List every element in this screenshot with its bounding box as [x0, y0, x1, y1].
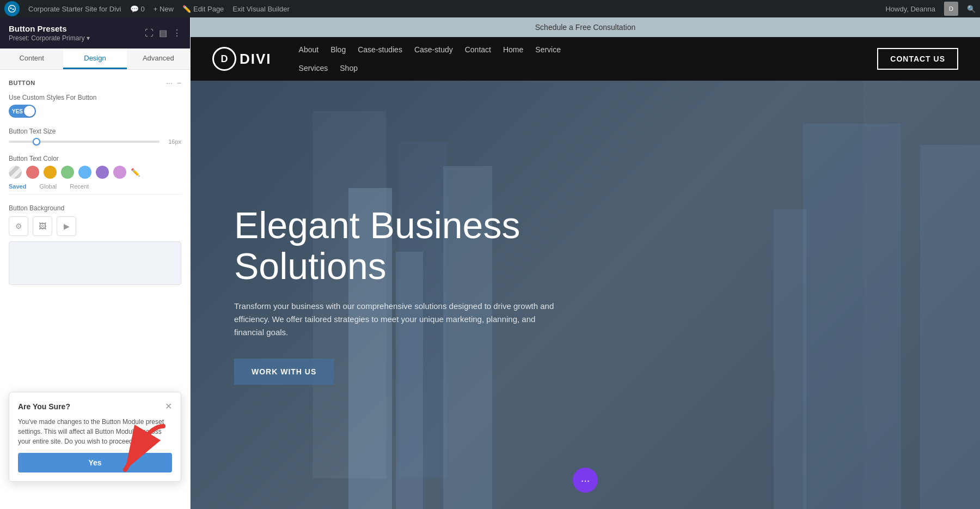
- tab-design[interactable]: Design: [63, 49, 126, 69]
- fullscreen-icon[interactable]: ⛶: [145, 28, 154, 38]
- exit-visual-builder-link[interactable]: Exit Visual Builder: [232, 5, 290, 13]
- nav-blog[interactable]: Blog: [330, 45, 346, 54]
- preset-label[interactable]: Preset: Corporate Primary ▾: [9, 34, 90, 42]
- bg-type-icons: ⚙ 🖼 ▶: [9, 216, 181, 236]
- preset-tab-recent[interactable]: Recent: [70, 183, 89, 190]
- toggle-label: Use Custom Styles For Button: [9, 94, 181, 101]
- color-swatch-blue[interactable]: [78, 166, 91, 179]
- bg-image-icon[interactable]: 🖼: [33, 216, 52, 236]
- cta-button[interactable]: WORK WITH US: [234, 359, 334, 385]
- section-drag-icon: ···: [166, 78, 173, 87]
- hero-description: Transform your business with our compreh…: [234, 300, 561, 339]
- color-swatch-green[interactable]: [61, 166, 74, 179]
- logo-circle: D: [212, 47, 236, 71]
- color-swatch-violet[interactable]: [113, 166, 126, 179]
- comments-link[interactable]: 💬 0: [130, 5, 145, 13]
- nav-row-1: About Blog Case-studies Case-study Conta…: [299, 45, 561, 54]
- section-title: Button: [9, 80, 35, 86]
- confirm-body: You've made changes to the Button Module…: [18, 417, 172, 446]
- nav-contact[interactable]: Contact: [465, 45, 491, 54]
- color-swatch-transparent[interactable]: [9, 166, 22, 179]
- color-swatches: ✏️: [9, 166, 181, 179]
- nav-links: About Blog Case-studies Case-study Conta…: [299, 45, 867, 72]
- new-link[interactable]: + New: [154, 5, 174, 13]
- site-logo: D DIVI: [212, 47, 272, 71]
- search-icon[interactable]: 🔍: [967, 5, 976, 13]
- site-nav: D DIVI About Blog Case-studies Case-stud…: [191, 37, 980, 81]
- preset-tab-saved[interactable]: Saved: [9, 183, 26, 190]
- confirm-yes-button[interactable]: Yes: [18, 453, 172, 472]
- float-actions-button[interactable]: ···: [573, 468, 598, 493]
- tab-content[interactable]: Content: [0, 49, 63, 69]
- toggle-yes-label: YES: [12, 108, 23, 114]
- color-swatch-yellow[interactable]: [44, 166, 57, 179]
- left-panel: Button Presets Preset: Corporate Primary…: [0, 17, 191, 509]
- confirm-close-button[interactable]: ✕: [165, 401, 172, 411]
- bg-label: Button Background: [9, 204, 181, 212]
- panel-header: Button Presets Preset: Corporate Primary…: [0, 17, 190, 49]
- bg-gradient-icon[interactable]: ⚙: [9, 216, 28, 236]
- bg-field: Button Background ⚙ 🖼 ▶: [9, 204, 181, 285]
- custom-styles-field: Use Custom Styles For Button YES: [9, 94, 181, 118]
- logo-text: DIVI: [240, 51, 272, 68]
- hero-title: Elegant Business Solutions: [234, 205, 615, 287]
- schedule-bar: Schedule a Free Consultation: [191, 17, 980, 37]
- custom-styles-toggle[interactable]: YES: [9, 105, 36, 118]
- nav-shop[interactable]: Shop: [340, 64, 358, 72]
- text-size-slider[interactable]: [9, 141, 160, 143]
- pencil-icon: ✏️: [182, 5, 191, 13]
- color-picker-icon[interactable]: ✏️: [131, 168, 140, 177]
- text-color-label: Button Text Color: [9, 155, 181, 162]
- columns-icon[interactable]: ▤: [159, 28, 167, 38]
- bg-preview: [9, 241, 181, 285]
- nav-row-2: Services Shop: [299, 64, 358, 72]
- color-swatch-red[interactable]: [26, 166, 39, 179]
- nav-case-study[interactable]: Case-study: [414, 45, 453, 54]
- nav-home[interactable]: Home: [503, 45, 523, 54]
- preset-tabs: Saved Global Recent: [9, 183, 181, 195]
- text-size-value: 16px: [165, 138, 181, 145]
- preset-tab-global[interactable]: Global: [39, 183, 57, 190]
- wp-admin-bar: Corporate Starter Site for Divi 💬 0 + Ne…: [0, 0, 980, 17]
- toggle-knob: [24, 106, 35, 117]
- site-preview: Schedule a Free Consultation D DIVI Abou…: [191, 17, 980, 509]
- nav-about[interactable]: About: [299, 45, 319, 54]
- color-swatch-purple[interactable]: [96, 166, 109, 179]
- nav-service[interactable]: Service: [535, 45, 561, 54]
- howdy-text: Howdy, Deanna: [885, 5, 935, 13]
- tab-advanced[interactable]: Advanced: [127, 49, 190, 69]
- section-collapse-icon[interactable]: −: [177, 78, 181, 87]
- bg-video-icon[interactable]: ▶: [57, 216, 76, 236]
- comment-icon: 💬: [130, 5, 139, 13]
- hero-content: Elegant Business Solutions Transform you…: [234, 205, 615, 385]
- nav-services[interactable]: Services: [299, 64, 328, 72]
- text-size-label: Button Text Size: [9, 128, 181, 135]
- wp-logo-icon[interactable]: [4, 1, 20, 16]
- text-color-field: Button Text Color ✏️ Saved Global Recent: [9, 155, 181, 195]
- avatar: D: [944, 2, 958, 16]
- panel-tabs: Content Design Advanced: [0, 49, 190, 70]
- more-options-icon[interactable]: ⋮: [173, 28, 181, 38]
- edit-page-link[interactable]: ✏️ Edit Page: [182, 5, 224, 13]
- nav-case-studies[interactable]: Case-studies: [358, 45, 402, 54]
- site-name-link[interactable]: Corporate Starter Site for Divi: [28, 5, 121, 13]
- text-size-field: Button Text Size 16px: [9, 128, 181, 145]
- hero-section: Elegant Business Solutions Transform you…: [191, 81, 980, 509]
- comments-count: 0: [141, 5, 145, 13]
- panel-title: Button Presets: [9, 24, 90, 33]
- confirm-dialog: Are You Sure? ✕ You've made changes to t…: [9, 392, 181, 482]
- contact-us-button[interactable]: CONTACT US: [877, 48, 958, 70]
- slider-thumb: [33, 138, 40, 146]
- confirm-title: Are You Sure?: [18, 402, 70, 411]
